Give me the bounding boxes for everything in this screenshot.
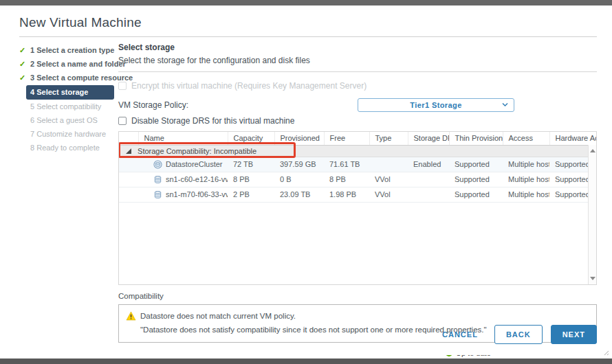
dialog-resize-handle[interactable]	[602, 347, 609, 354]
cell-capacity: 8 PB	[228, 172, 274, 187]
col-access[interactable]: Access	[503, 132, 549, 145]
step-label: 1 Select a creation type	[30, 45, 114, 56]
col-storage-drs[interactable]: Storage DRS	[408, 132, 449, 145]
cell-provisioned: 397.59 GB	[274, 157, 324, 172]
cancel-button[interactable]: CANCEL	[435, 325, 485, 344]
background-status-strip: Up to date	[0, 355, 612, 359]
col-type[interactable]: Type	[369, 132, 408, 145]
disable-drs-label: Disable Storage DRS for this virtual mac…	[131, 116, 294, 126]
cell-thin-provisioning: Supported	[449, 187, 503, 202]
col-select	[119, 132, 138, 145]
cell-storage-drs: Enabled	[408, 157, 449, 172]
col-thin-provisioning[interactable]: Thin Provisioning	[449, 132, 503, 145]
step-label: 6 Select a guest OS	[30, 115, 98, 126]
cell-free: 71.61 TB	[324, 157, 369, 172]
col-name[interactable]: Name	[138, 132, 228, 145]
table-row-datastore-cluster[interactable]: DatastoreCluster 72 TB 397.59 GB 71.61 T…	[119, 157, 596, 172]
up-to-date-text: Up to date	[456, 355, 491, 357]
step-label: 8 Ready to complete	[30, 143, 100, 153]
table-header-row: Name Capacity Provisioned Free Type Stor…	[119, 132, 596, 145]
warning-icon	[126, 311, 136, 321]
datastore-cluster-icon	[153, 160, 162, 169]
cell-storage-drs	[408, 172, 449, 187]
encrypt-vm-checkbox	[118, 82, 127, 90]
col-free[interactable]: Free	[324, 132, 369, 145]
step-select-compatibility: 5 Select compatibility	[30, 100, 114, 113]
group-row-storage-compatibility[interactable]: Storage Compatibility: Incompatible	[119, 145, 596, 157]
browser-bottom-strip	[0, 359, 612, 364]
compatibility-label: Compatibility	[118, 292, 597, 300]
datastore-table: Name Capacity Provisioned Free Type Stor…	[118, 131, 597, 285]
vm-storage-policy-value: Tier1 Storage	[410, 101, 461, 109]
step-label: 7 Customize hardware	[30, 129, 106, 139]
disable-drs-checkbox[interactable]	[118, 117, 127, 125]
step-select-creation-type[interactable]: ✓ 1 Select a creation type	[30, 44, 114, 57]
cell-type: VVol	[369, 172, 408, 187]
step-label: 5 Select compatibility	[30, 102, 101, 112]
step-select-compute-resource[interactable]: ✓ 3 Select a compute resource	[30, 71, 114, 84]
step-label: 4 Select storage	[30, 87, 88, 98]
section-subheading: Select the storage for the configuration…	[118, 56, 597, 72]
scroll-up-icon[interactable]	[590, 149, 595, 152]
datastore-name: DatastoreCluster	[166, 160, 223, 168]
encrypt-vm-label: Encrypt this virtual machine (Requires K…	[131, 81, 367, 91]
col-provisioned[interactable]: Provisioned	[274, 132, 324, 145]
cell-thin-provisioning: Supported	[449, 157, 503, 172]
datastore-icon	[153, 190, 162, 199]
scroll-down-icon[interactable]	[590, 277, 595, 280]
chevron-down-icon	[502, 101, 508, 109]
cell-storage-drs	[408, 187, 449, 202]
wizard-footer: CANCEL BACK NEXT	[435, 325, 597, 344]
cell-thin-provisioning: Supported	[449, 172, 503, 187]
compat-warning-title: Datastore does not match current VM poli…	[140, 312, 296, 320]
table-row-vvol-datastore[interactable]: sn1-m70-f06-33-vvol 2 PB 23.09 TB 1.98 P…	[119, 187, 596, 202]
step-label: 2 Select a name and folder	[30, 59, 126, 69]
cell-access: Multiple hosts	[503, 187, 549, 202]
disable-drs-checkbox-row: Disable Storage DRS for this virtual mac…	[118, 116, 597, 126]
datastore-icon	[153, 175, 162, 184]
check-icon: ✓	[19, 45, 29, 56]
datastore-name: sn1-m70-f06-33-vvol	[166, 190, 228, 198]
step-content-panel: Select storage Select the storage for th…	[118, 43, 597, 343]
vm-storage-policy-label: VM Storage Policy:	[118, 100, 188, 110]
step-label: 3 Select a compute resource	[30, 73, 133, 83]
table-row-vvol-datastore[interactable]: sn1-c60-e12-16-vvol 8 PB 0 B 8 PB VVol S…	[119, 172, 596, 187]
cell-provisioned: 23.09 TB	[274, 187, 324, 202]
col-capacity[interactable]: Capacity	[228, 132, 274, 145]
vm-storage-policy-dropdown[interactable]: Tier1 Storage	[358, 98, 514, 112]
datastore-name: sn1-c60-e12-16-vvol	[166, 175, 228, 183]
wizard-steps-sidebar: ✓ 1 Select a creation type ✓ 2 Select a …	[19, 43, 114, 343]
step-select-name-folder[interactable]: ✓ 2 Select a name and folder	[30, 58, 114, 71]
vm-storage-policy-row: VM Storage Policy: Tier1 Storage	[118, 100, 597, 110]
col-hardware-accel[interactable]: Hardware Accel...	[549, 132, 596, 145]
back-button[interactable]: BACK	[494, 325, 543, 344]
step-customize-hardware: 7 Customize hardware	[30, 128, 114, 141]
table-scrollbar[interactable]	[588, 145, 596, 284]
dialog-title: New Virtual Machine	[19, 15, 597, 37]
check-icon: ✓	[19, 73, 29, 83]
section-heading: Select storage	[118, 43, 597, 52]
group-row-label: Storage Compatibility: Incompatible	[138, 147, 256, 155]
cell-type	[369, 157, 408, 172]
cell-capacity: 72 TB	[228, 157, 274, 172]
step-select-storage[interactable]: 4 Select storage	[26, 85, 114, 100]
cell-provisioned: 0 B	[274, 172, 324, 187]
cell-access: Multiple hosts	[503, 172, 549, 187]
cell-capacity: 2 PB	[228, 187, 274, 202]
next-button[interactable]: NEXT	[551, 325, 597, 344]
step-ready-to-complete: 8 Ready to complete	[30, 141, 114, 155]
up-to-date-icon	[446, 355, 452, 356]
new-vm-wizard-dialog: New Virtual Machine ✓ 1 Select a creatio…	[0, 5, 612, 355]
browser-top-strip	[0, 0, 612, 5]
encrypt-vm-checkbox-row: Encrypt this virtual machine (Requires K…	[118, 81, 597, 91]
expand-caret-icon[interactable]	[126, 147, 131, 155]
step-select-guest-os: 6 Select a guest OS	[30, 114, 114, 127]
cell-free: 1.98 PB	[324, 187, 369, 202]
cell-free: 8 PB	[324, 172, 369, 187]
cell-type: VVol	[369, 187, 408, 202]
cell-access: Multiple hosts	[503, 157, 549, 172]
check-icon: ✓	[19, 59, 29, 69]
